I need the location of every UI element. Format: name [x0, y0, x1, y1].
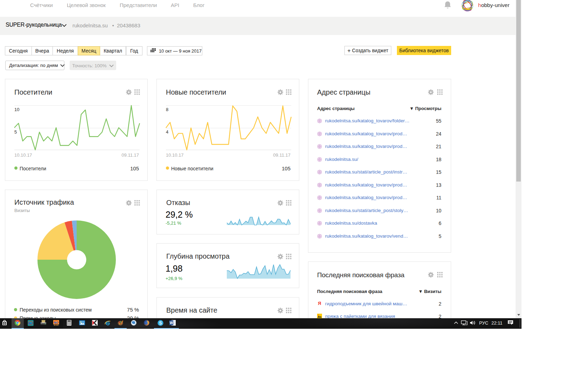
svg-text:W: W: [170, 321, 173, 325]
svg-text:S: S: [159, 321, 162, 326]
svg-text:BC: BC: [54, 321, 58, 324]
svg-text:BC: BC: [28, 321, 33, 325]
